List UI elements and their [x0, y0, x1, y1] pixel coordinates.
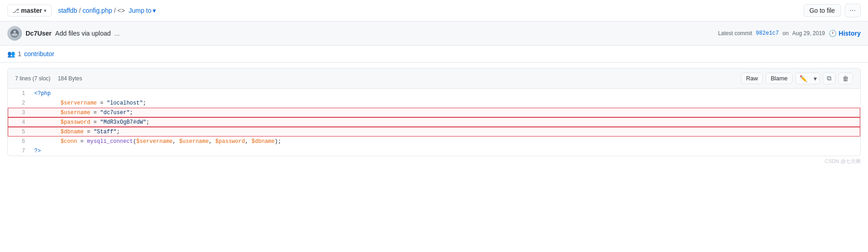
- line-number-7[interactable]: 7: [8, 146, 31, 156]
- contributors-icon: 👥: [7, 50, 15, 58]
- file-actions: Raw Blame ✏️ ▾ ⧉ 🗑: [741, 72, 853, 84]
- more-options-button[interactable]: ···: [845, 4, 861, 17]
- go-to-file-button[interactable]: Go to file: [804, 4, 841, 17]
- contributor-link[interactable]: contributor: [24, 50, 54, 58]
- commit-bar-left: Dc7User Add files via upload ...: [7, 26, 718, 41]
- line-code-7: ?>: [31, 146, 860, 156]
- file-header: 7 lines (7 sloc) 184 Bytes Raw Blame ✏️ …: [7, 68, 861, 89]
- line-code-2: $servername = "localhost";: [31, 98, 860, 108]
- breadcrumb-sep-1: /: [79, 7, 81, 14]
- code-line-2: 2 $servername = "localhost";: [8, 98, 860, 108]
- avatar-image: [7, 26, 22, 41]
- code-line-3: 3 $username = "dc7user";: [8, 108, 860, 117]
- commit-bar-right: Latest commit 982e1c7 on Aug 29, 2019 🕐 …: [718, 30, 861, 37]
- line-number-4[interactable]: 4: [8, 117, 31, 127]
- lines-info: 7 lines (7 sloc): [15, 75, 50, 82]
- commit-date-prefix: on: [783, 30, 788, 37]
- git-branch-icon: ⎇: [12, 7, 19, 14]
- contributor-bar: 👥 1 contributor: [0, 46, 868, 63]
- history-button[interactable]: 🕐 History: [829, 30, 861, 37]
- code-line-4: 4 $password = "MdR3xOgB7#dW";: [8, 117, 860, 127]
- latest-commit-prefix: Latest commit: [718, 30, 752, 37]
- line-code-5: $dbname = "Staff";: [31, 127, 860, 136]
- jump-to-label: Jump to: [128, 7, 151, 14]
- jump-to-chevron-icon: ▾: [153, 7, 156, 14]
- line-number-2[interactable]: 2: [8, 98, 31, 108]
- line-number-3[interactable]: 3: [8, 108, 31, 117]
- copy-button[interactable]: ⧉: [823, 72, 836, 84]
- commit-date: Aug 29, 2019: [792, 30, 825, 37]
- commit-message: Add files via upload: [55, 30, 111, 37]
- breadcrumb: staffdb / config.php / <> Jump to ▾: [58, 7, 156, 14]
- top-bar-right: Go to file ···: [804, 4, 861, 17]
- file-meta: 7 lines (7 sloc) 184 Bytes: [15, 75, 741, 82]
- commit-ellipsis[interactable]: ...: [114, 30, 120, 37]
- watermark: CSDN @七天啊: [0, 156, 868, 167]
- watermark-text: CSDN @七天啊: [825, 158, 861, 164]
- code-line-1: 1 <?php: [8, 89, 860, 98]
- contributor-info: 👥 1 contributor: [7, 50, 54, 58]
- file-link[interactable]: config.php: [83, 7, 112, 14]
- breadcrumb-sep-2: /: [114, 7, 116, 14]
- edit-button[interactable]: ✏️: [795, 73, 811, 84]
- line-code-3: $username = "dc7user";: [31, 108, 860, 117]
- line-code-6: $conn = mysqli_connect($servername, $use…: [31, 136, 860, 146]
- code-icon: <>: [117, 7, 125, 14]
- code-table: 1 <?php 2 $servername = "localhost"; 3 $…: [8, 89, 860, 156]
- jump-to[interactable]: Jump to ▾: [128, 7, 156, 14]
- line-code-4: $password = "MdR3xOgB7#dW";: [31, 117, 860, 127]
- edit-button-group: ✏️ ▾: [795, 73, 820, 84]
- size-info: 184 Bytes: [58, 75, 82, 82]
- delete-button[interactable]: 🗑: [838, 73, 853, 84]
- line-number-1[interactable]: 1: [8, 89, 31, 98]
- line-number-6[interactable]: 6: [8, 136, 31, 146]
- repo-link[interactable]: staffdb: [58, 7, 77, 14]
- chevron-down-icon: ▾: [44, 8, 47, 14]
- line-code-1: <?php: [31, 89, 860, 98]
- avatar: [7, 26, 22, 41]
- branch-selector[interactable]: ⎇ master ▾: [7, 5, 52, 16]
- code-line-7: 7 ?>: [8, 146, 860, 156]
- code-line-6: 6 $conn = mysqli_connect($servername, $u…: [8, 136, 860, 146]
- commit-bar: Dc7User Add files via upload ... Latest …: [0, 21, 868, 46]
- line-number-5[interactable]: 5: [8, 127, 31, 136]
- contributor-count: 1: [18, 50, 21, 58]
- history-icon: 🕐: [829, 30, 836, 37]
- blame-button[interactable]: Blame: [766, 73, 793, 84]
- code-line-5: 5 $dbname = "Staff";: [8, 127, 860, 136]
- top-bar: ⎇ master ▾ staffdb / config.php / <> Jum…: [0, 0, 868, 21]
- commit-author[interactable]: Dc7User: [26, 30, 52, 37]
- history-label: History: [839, 30, 861, 37]
- code-area: 1 <?php 2 $servername = "localhost"; 3 $…: [7, 89, 861, 156]
- top-bar-left: ⎇ master ▾ staffdb / config.php / <> Jum…: [7, 5, 804, 16]
- raw-button[interactable]: Raw: [741, 73, 763, 84]
- commit-hash[interactable]: 982e1c7: [756, 30, 779, 37]
- edit-dropdown-button[interactable]: ▾: [811, 73, 820, 84]
- branch-name: master: [21, 7, 42, 14]
